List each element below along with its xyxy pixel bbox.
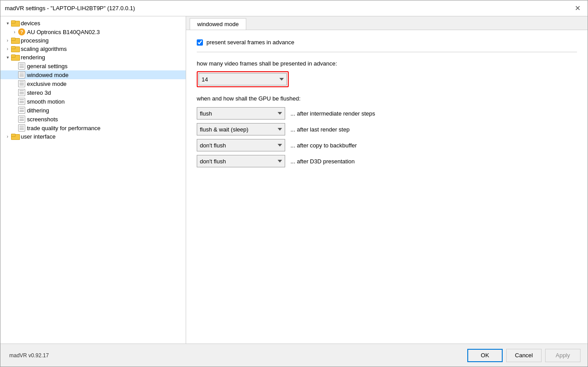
scaling-algorithms-label: scaling algorithms [21, 46, 67, 52]
frames-advance-label: how many video frames shall be presented… [197, 60, 577, 67]
user-interface-label: user interface [21, 133, 56, 140]
content-area: present several frames in advance how ma… [186, 30, 588, 344]
stereo-3d-label: stereo 3d [27, 89, 51, 96]
devices-folder-icon [11, 20, 19, 27]
trade-quality-label: trade quality for performance [27, 125, 100, 131]
screenshots-label: screenshots [27, 116, 58, 123]
flush-desc-3: ... after copy to backbuffer [290, 142, 357, 149]
sidebar-item-dithering[interactable]: dithering [0, 106, 186, 115]
dithering-label: dithering [27, 107, 49, 114]
processing-arrow: › [4, 38, 11, 43]
present-frames-label: present several frames in advance [206, 39, 294, 46]
flush-select-3[interactable]: don't flush flush flush & wait (sleep) [197, 139, 285, 151]
general-settings-page-icon [18, 62, 25, 70]
flush-row-1: flush don't flush flush & wait (sleep) .… [197, 107, 577, 120]
sidebar-item-devices[interactable]: ▾ devices [0, 19, 186, 27]
flush-desc-4: ... after D3D presentation [290, 158, 355, 165]
sidebar: ▾ devices › ? AU Optronics B140QAN02.3 ›… [0, 16, 186, 344]
present-frames-checkbox[interactable] [197, 39, 203, 46]
checkbox-row-frames-advance: present several frames in advance [197, 39, 577, 46]
tab-windowed-mode[interactable]: windowed mode [190, 18, 246, 30]
bottom-bar: madVR v0.92.17 OK Cancel Apply [0, 344, 588, 367]
processing-folder-icon [11, 38, 19, 44]
devices-arrow: ▾ [4, 21, 11, 26]
footer-buttons: madVR v0.92.17 OK Cancel Apply [0, 344, 588, 367]
status-text: madVR v0.92.17 [8, 352, 464, 359]
windowed-mode-label: windowed mode [27, 72, 69, 78]
frames-dropdown-container: 14 1 2 4 8 16 [197, 71, 289, 87]
sidebar-item-scaling-algorithms[interactable]: › scaling algorithms [0, 45, 186, 53]
titlebar: madVR settings - "LAPTOP-LIH2BT9P" (127.… [0, 0, 588, 16]
apply-button[interactable]: Apply [545, 349, 580, 362]
main-window: madVR settings - "LAPTOP-LIH2BT9P" (127.… [0, 0, 588, 367]
scaling-arrow: › [4, 46, 11, 51]
screenshots-page-icon [18, 116, 25, 123]
trade-quality-page-icon [18, 124, 25, 131]
flush-desc-1: ... after intermediate render steps [290, 110, 375, 117]
devices-label: devices [21, 20, 40, 27]
user-interface-folder-icon [11, 134, 19, 140]
sidebar-item-rendering[interactable]: ▾ rendering [0, 53, 186, 62]
window-title: madVR settings - "LAPTOP-LIH2BT9P" (127.… [5, 5, 135, 12]
au-optronics-label: AU Optronics B140QAN02.3 [27, 29, 100, 35]
dithering-page-icon [18, 107, 25, 114]
tab-bar: windowed mode [186, 16, 588, 30]
flush-select-4[interactable]: don't flush flush flush & wait (sleep) [197, 155, 285, 167]
sidebar-item-stereo-3d[interactable]: stereo 3d [0, 88, 186, 97]
processing-label: processing [21, 37, 49, 44]
smooth-motion-page-icon [18, 98, 25, 105]
frames-count-select[interactable]: 14 1 2 4 8 16 [199, 73, 287, 85]
flush-row-2: flush & wait (sleep) don't flush flush .… [197, 123, 577, 135]
gpu-flush-section: when and how shall the GPU be flushed: f… [197, 95, 577, 167]
tab-windowed-mode-label: windowed mode [197, 21, 239, 27]
sidebar-item-trade-quality[interactable]: trade quality for performance [0, 124, 186, 132]
flush-select-2[interactable]: flush & wait (sleep) don't flush flush [197, 123, 285, 135]
flush-select-1[interactable]: flush don't flush flush & wait (sleep) [197, 107, 285, 120]
sidebar-item-exclusive-mode[interactable]: exclusive mode [0, 79, 186, 88]
flush-row-3: don't flush flush flush & wait (sleep) .… [197, 139, 577, 151]
windowed-mode-page-icon [18, 71, 25, 78]
exclusive-mode-page-icon [18, 80, 25, 87]
sidebar-item-general-settings[interactable]: general settings [0, 62, 186, 70]
rendering-arrow: ▾ [4, 55, 11, 60]
sidebar-item-au-optronics[interactable]: › ? AU Optronics B140QAN02.3 [0, 27, 186, 36]
sidebar-item-user-interface[interactable]: › user interface [0, 132, 186, 141]
sidebar-item-screenshots[interactable]: screenshots [0, 115, 186, 124]
main-content: ▾ devices › ? AU Optronics B140QAN02.3 ›… [0, 16, 588, 344]
divider-1 [197, 52, 577, 52]
user-interface-arrow: › [4, 134, 11, 139]
sidebar-item-windowed-mode[interactable]: windowed mode [0, 70, 186, 79]
close-button[interactable]: ✕ [572, 4, 583, 13]
general-settings-label: general settings [27, 63, 68, 70]
scaling-folder-icon [11, 46, 19, 52]
flush-row-4: don't flush flush flush & wait (sleep) .… [197, 155, 577, 167]
rendering-folder-icon [11, 54, 19, 61]
cancel-button[interactable]: Cancel [506, 349, 542, 362]
right-panel: windowed mode present several frames in … [186, 16, 588, 344]
exclusive-mode-label: exclusive mode [27, 81, 67, 87]
sidebar-item-smooth-motion[interactable]: smooth motion [0, 97, 186, 106]
gpu-flush-label: when and how shall the GPU be flushed: [197, 95, 577, 102]
stereo-3d-page-icon [18, 89, 25, 96]
smooth-motion-label: smooth motion [27, 98, 65, 105]
question-icon: ? [18, 28, 25, 35]
flush-desc-2: ... after last render step [290, 126, 350, 133]
ok-button[interactable]: OK [467, 349, 503, 362]
sidebar-item-processing[interactable]: › processing [0, 36, 186, 45]
au-arrow: › [11, 30, 18, 35]
rendering-label: rendering [21, 54, 45, 61]
